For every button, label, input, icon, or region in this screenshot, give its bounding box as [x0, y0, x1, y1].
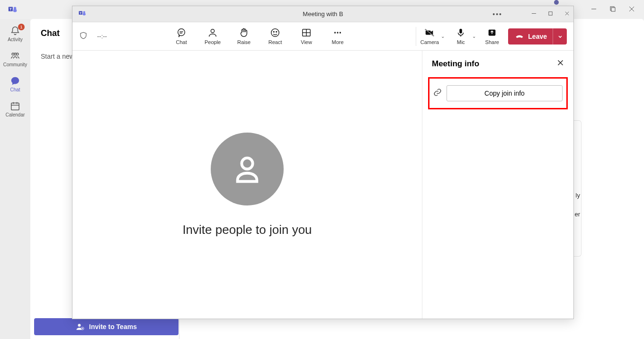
- svg-point-34: [276, 31, 277, 32]
- camera-off-icon: [424, 27, 435, 38]
- activity-badge: 1: [18, 24, 25, 30]
- svg-text:T: T: [9, 7, 12, 11]
- svg-point-32: [271, 29, 279, 37]
- share-icon: [487, 27, 497, 38]
- meeting-maximize-button[interactable]: [548, 10, 553, 18]
- meeting-minimize-button[interactable]: [531, 10, 537, 18]
- toolbar-react-button[interactable]: React: [266, 27, 285, 45]
- camera-chevron-icon[interactable]: ⌄: [441, 34, 445, 39]
- meeting-info-panel: Meeting info Copy join info: [422, 51, 573, 319]
- sidebar-item-calendar[interactable]: Calendar: [2, 99, 28, 119]
- app-minimize-button[interactable]: [591, 5, 597, 14]
- background-partial-panel: ly er: [574, 120, 581, 257]
- svg-point-28: [178, 29, 185, 36]
- mic-chevron-icon[interactable]: ⌄: [472, 34, 476, 39]
- sidebar-item-activity[interactable]: 1 Activity: [2, 24, 28, 44]
- view-icon: [301, 27, 312, 38]
- more-icon: [332, 27, 343, 38]
- svg-point-46: [242, 158, 252, 169]
- app-close-button[interactable]: [629, 5, 635, 14]
- copy-join-info-highlight: Copy join info: [428, 77, 568, 109]
- hangup-icon: [515, 32, 524, 41]
- svg-point-39: [337, 32, 338, 33]
- people-icon: [207, 27, 218, 38]
- svg-text:T: T: [80, 11, 81, 14]
- toolbar-divider: [416, 27, 416, 46]
- teams-logo: T: [78, 9, 89, 19]
- teams-logo: T: [8, 4, 18, 15]
- meeting-stage: Invite people to join you: [72, 51, 422, 319]
- svg-point-31: [211, 29, 214, 33]
- svg-rect-44: [460, 29, 463, 34]
- svg-point-11: [14, 53, 17, 55]
- react-icon: [270, 27, 280, 38]
- leave-split-chevron[interactable]: [553, 28, 567, 45]
- leave-button[interactable]: Leave: [508, 28, 567, 45]
- link-icon: [433, 88, 442, 98]
- sidebar-item-chat[interactable]: Chat: [2, 74, 28, 94]
- app-sidebar: 1 Activity Community Chat Calendar: [0, 19, 30, 339]
- avatar-placeholder: [211, 133, 284, 205]
- app-maximize-button[interactable]: [610, 5, 616, 14]
- svg-rect-23: [83, 13, 86, 15]
- svg-point-38: [334, 32, 336, 33]
- toolbar-chat-button[interactable]: Chat: [172, 27, 191, 45]
- titlebar-more-icon[interactable]: •••: [492, 10, 502, 18]
- svg-point-40: [340, 32, 341, 33]
- toolbar-raise-button[interactable]: Raise: [234, 27, 253, 45]
- stage-invite-text: Invite people to join you: [182, 223, 312, 237]
- meeting-timer: --:--: [97, 33, 107, 40]
- sidebar-item-label: Activity: [8, 37, 23, 42]
- mic-icon: [456, 27, 466, 38]
- meeting-toolbar: --:-- Chat People Raise React View: [72, 22, 573, 51]
- chat-icon: [176, 27, 187, 38]
- shield-icon[interactable]: [79, 31, 88, 42]
- panel-close-button[interactable]: [557, 59, 564, 69]
- svg-rect-6: [611, 8, 615, 11]
- sidebar-item-label: Chat: [10, 87, 20, 92]
- presence-dot: [554, 0, 559, 5]
- toolbar-more-button[interactable]: More: [328, 27, 347, 45]
- meeting-window: T Meeting with B ••• --:-- Chat People: [72, 6, 574, 319]
- meeting-titlebar: T Meeting with B •••: [72, 6, 573, 22]
- sidebar-item-label: Community: [3, 62, 27, 67]
- svg-rect-12: [11, 103, 19, 110]
- invite-to-teams-label: Invite to Teams: [89, 323, 137, 330]
- invite-to-teams-button[interactable]: Invite to Teams: [34, 318, 179, 335]
- raise-hand-icon: [239, 27, 249, 38]
- sidebar-item-community[interactable]: Community: [2, 49, 28, 69]
- copy-join-info-button[interactable]: Copy join info: [447, 85, 563, 101]
- meeting-body: Invite people to join you Meeting info C…: [72, 51, 573, 319]
- svg-point-16: [78, 324, 81, 327]
- svg-rect-3: [13, 9, 17, 12]
- toolbar-share-button[interactable]: Share: [483, 27, 501, 45]
- toolbar-mic-button[interactable]: Mic: [451, 27, 470, 45]
- svg-point-33: [273, 31, 274, 32]
- toolbar-view-button[interactable]: View: [297, 27, 316, 45]
- panel-title: Meeting info: [432, 59, 479, 69]
- leave-label: Leave: [528, 33, 547, 40]
- svg-rect-25: [549, 12, 552, 15]
- sidebar-item-label: Calendar: [6, 112, 25, 117]
- meeting-close-button[interactable]: [564, 10, 570, 18]
- toolbar-people-button[interactable]: People: [203, 27, 222, 45]
- toolbar-camera-button[interactable]: Camera: [420, 27, 439, 45]
